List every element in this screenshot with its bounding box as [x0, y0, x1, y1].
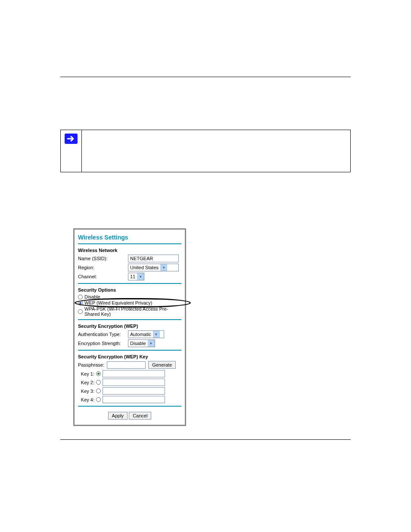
channel-select[interactable]: 11 ▾ — [128, 273, 144, 280]
security-option-label: Disable — [84, 294, 100, 299]
key4-label: Key 4: — [78, 397, 94, 402]
section-divider — [78, 283, 181, 284]
section-divider — [78, 406, 181, 407]
panel-title: Wireless Settings — [78, 234, 181, 241]
passphrase-input[interactable] — [107, 361, 146, 369]
chevron-down-icon: ▾ — [160, 264, 167, 271]
security-option-label: WPA-PSK (Wi-Fi Protected Access Pre-Shar… — [84, 306, 181, 317]
channel-label: Channel: — [78, 274, 125, 279]
key3-input[interactable] — [103, 387, 165, 395]
key2-label: Key 2: — [78, 380, 94, 385]
radio-icon[interactable] — [96, 389, 101, 393]
security-option-wep[interactable]: WEP (Wired Equivalent Privacy) — [78, 300, 181, 305]
security-options-heading: Security Options — [78, 287, 181, 292]
chevron-down-icon: ▾ — [137, 273, 144, 280]
channel-value: 11 — [130, 274, 135, 279]
radio-icon[interactable] — [96, 371, 101, 376]
ssid-label: Name (SSID): — [78, 256, 125, 261]
cancel-button[interactable]: Cancel — [129, 412, 151, 420]
note-icon-cell — [61, 130, 82, 172]
key4-input[interactable] — [103, 396, 165, 403]
apply-button[interactable]: Apply — [108, 412, 128, 420]
enc-strength-label: Encryption Strength: — [78, 341, 125, 346]
radio-icon[interactable] — [96, 380, 101, 385]
region-label: Region: — [78, 265, 125, 270]
arrow-right-icon — [65, 134, 78, 144]
header-rule — [60, 77, 351, 77]
section-divider — [78, 243, 181, 244]
auth-type-select[interactable]: Automatic ▾ — [128, 330, 164, 338]
section-divider — [78, 350, 181, 351]
auth-type-label: Authentication Type: — [78, 332, 125, 337]
region-select[interactable]: United States ▾ — [128, 264, 179, 271]
radio-icon — [78, 295, 83, 299]
key1-label: Key 1: — [78, 371, 94, 376]
radio-icon — [78, 301, 83, 305]
wireless-network-heading: Wireless Network — [78, 248, 181, 253]
key1-input[interactable] — [103, 370, 165, 377]
security-option-disable[interactable]: Disable — [78, 294, 181, 299]
generate-button[interactable]: Generate — [148, 361, 176, 369]
auth-type-value: Automatic — [130, 332, 151, 337]
radio-icon[interactable] — [96, 397, 101, 402]
enc-strength-select[interactable]: Disable ▾ — [128, 339, 155, 347]
footer-rule — [60, 439, 351, 440]
radio-icon — [78, 309, 83, 314]
section-divider — [78, 319, 181, 320]
page: Wireless Settings Wireless Network Name … — [0, 0, 411, 532]
note-text — [82, 130, 350, 172]
note-box — [60, 130, 351, 172]
passphrase-label: Passphrase: — [78, 362, 104, 367]
region-value: United States — [130, 265, 159, 270]
encryption-heading: Security Encryption (WEP) — [78, 324, 181, 329]
enc-strength-value: Disable — [130, 341, 146, 346]
wep-key-heading: Security Encryption (WEP) Key — [78, 354, 181, 359]
key3-label: Key 3: — [78, 389, 94, 394]
ssid-input[interactable] — [128, 255, 179, 262]
chevron-down-icon: ▾ — [153, 331, 160, 338]
security-option-label: WEP (Wired Equivalent Privacy) — [84, 300, 153, 305]
chevron-down-icon: ▾ — [148, 340, 155, 347]
wireless-settings-panel: Wireless Settings Wireless Network Name … — [73, 228, 186, 426]
security-option-wpa[interactable]: WPA-PSK (Wi-Fi Protected Access Pre-Shar… — [78, 306, 181, 317]
key2-input[interactable] — [103, 379, 165, 386]
